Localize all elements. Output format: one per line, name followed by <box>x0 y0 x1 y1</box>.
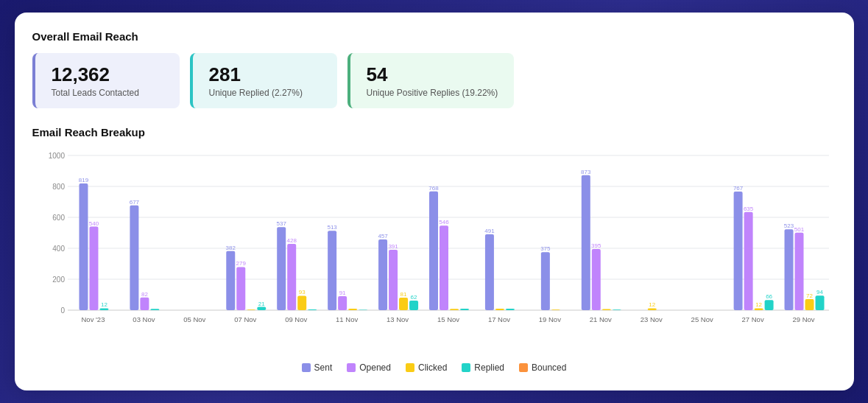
svg-rect-68 <box>505 309 514 310</box>
svg-rect-49 <box>378 239 387 310</box>
stat-unique-replied: 281 Unique Replied (2.27%) <box>190 53 337 108</box>
svg-rect-79 <box>612 309 621 310</box>
svg-text:546: 546 <box>439 219 449 225</box>
legend-replied-label: Replied <box>474 362 504 373</box>
svg-rect-72 <box>551 309 560 310</box>
bar-chart: 0200400600800100081954012Nov '236778203 … <box>32 144 836 343</box>
svg-text:537: 537 <box>276 220 286 227</box>
svg-text:21: 21 <box>258 301 264 307</box>
svg-rect-31 <box>257 307 266 310</box>
svg-text:873: 873 <box>581 169 591 175</box>
svg-text:600: 600 <box>52 214 65 222</box>
svg-text:768: 768 <box>428 185 439 192</box>
svg-rect-55 <box>409 301 418 310</box>
legend-opened: Opened <box>347 362 391 373</box>
svg-text:03 Nov: 03 Nov <box>133 315 155 323</box>
legend-bounced: Bounced <box>519 362 566 373</box>
svg-text:523: 523 <box>783 222 794 229</box>
svg-rect-74 <box>581 175 590 310</box>
stat-unique-replied-label: Unique Replied (2.27%) <box>209 88 321 98</box>
svg-text:72: 72 <box>806 292 813 299</box>
svg-rect-26 <box>226 251 235 310</box>
breakup-title: Email Reach Breakup <box>32 126 836 139</box>
svg-text:93: 93 <box>298 289 305 295</box>
svg-rect-14 <box>89 227 98 310</box>
svg-text:12: 12 <box>101 301 107 308</box>
main-card: Overall Email Reach 12,362 Total Leads C… <box>15 13 854 390</box>
svg-text:19 Nov: 19 Nov <box>538 315 560 323</box>
svg-rect-44 <box>338 296 347 310</box>
svg-text:501: 501 <box>794 226 804 233</box>
svg-text:200: 200 <box>52 276 65 284</box>
stat-unique-positive: 54 Unique Positive Replies (19.22%) <box>347 53 515 108</box>
svg-text:635: 635 <box>743 206 753 212</box>
svg-rect-78 <box>601 309 610 310</box>
svg-rect-58 <box>429 192 438 310</box>
legend-opened-dot <box>347 363 356 372</box>
svg-rect-87 <box>744 212 752 310</box>
stat-unique-replied-value: 281 <box>209 63 321 86</box>
svg-rect-76 <box>591 249 600 310</box>
legend-sent-dot <box>302 363 311 372</box>
svg-rect-34 <box>277 227 286 310</box>
stat-total-leads: 12,362 Total Leads Contacted <box>32 53 180 108</box>
svg-text:82: 82 <box>141 291 147 298</box>
svg-text:09 Nov: 09 Nov <box>285 315 307 323</box>
svg-rect-12 <box>79 183 88 310</box>
svg-text:27 Nov: 27 Nov <box>741 315 763 323</box>
svg-rect-94 <box>784 229 793 310</box>
svg-text:05 Nov: 05 Nov <box>183 315 205 323</box>
svg-rect-28 <box>236 267 245 310</box>
legend-sent-label: Sent <box>314 362 333 373</box>
svg-text:540: 540 <box>88 220 99 227</box>
chart-legend: Sent Opened Clicked Replied Bounced <box>32 362 836 373</box>
svg-text:395: 395 <box>591 242 601 249</box>
page-title: Overall Email Reach <box>32 30 836 43</box>
legend-opened-label: Opened <box>359 362 391 373</box>
legend-bounced-label: Bounced <box>532 362 566 373</box>
svg-rect-67 <box>495 309 504 310</box>
stats-row: 12,362 Total Leads Contacted 281 Unique … <box>32 53 836 108</box>
svg-rect-16 <box>99 308 108 310</box>
svg-rect-91 <box>764 300 773 310</box>
svg-rect-19 <box>130 206 138 310</box>
stat-unique-positive-label: Unique Positive Replies (19.22%) <box>367 88 498 98</box>
svg-text:17 Nov: 17 Nov <box>487 315 509 323</box>
svg-text:66: 66 <box>766 293 772 300</box>
svg-text:29 Nov: 29 Nov <box>792 315 814 323</box>
svg-text:491: 491 <box>484 228 495 234</box>
svg-rect-70 <box>540 252 549 310</box>
svg-text:12: 12 <box>755 301 762 308</box>
svg-text:279: 279 <box>236 260 246 267</box>
svg-text:21 Nov: 21 Nov <box>589 315 611 323</box>
svg-text:25 Nov: 25 Nov <box>691 315 713 323</box>
svg-rect-30 <box>247 309 255 310</box>
svg-text:81: 81 <box>400 291 406 298</box>
svg-rect-62 <box>450 309 459 310</box>
svg-rect-89 <box>754 308 763 310</box>
svg-text:677: 677 <box>129 199 139 206</box>
svg-text:Nov '23: Nov '23 <box>81 315 105 323</box>
legend-sent: Sent <box>302 362 333 373</box>
svg-rect-51 <box>389 250 398 310</box>
svg-text:800: 800 <box>52 183 65 191</box>
svg-rect-65 <box>484 234 493 310</box>
svg-text:62: 62 <box>410 294 417 301</box>
svg-text:13 Nov: 13 Nov <box>387 315 409 323</box>
legend-replied: Replied <box>462 362 504 373</box>
svg-rect-40 <box>308 309 317 310</box>
svg-text:375: 375 <box>540 245 551 252</box>
svg-text:457: 457 <box>378 233 388 239</box>
chart-area: 0200400600800100081954012Nov '236778203 … <box>32 144 836 358</box>
svg-rect-46 <box>348 309 357 310</box>
svg-rect-81 <box>647 308 656 310</box>
legend-clicked-label: Clicked <box>418 362 447 373</box>
svg-rect-23 <box>150 309 159 310</box>
svg-rect-85 <box>733 192 742 310</box>
svg-text:12: 12 <box>649 301 655 308</box>
svg-rect-63 <box>460 309 469 310</box>
legend-clicked: Clicked <box>406 362 447 373</box>
legend-bounced-dot <box>519 363 528 372</box>
stat-unique-positive-value: 54 <box>367 63 498 86</box>
svg-text:11 Nov: 11 Nov <box>336 315 358 323</box>
